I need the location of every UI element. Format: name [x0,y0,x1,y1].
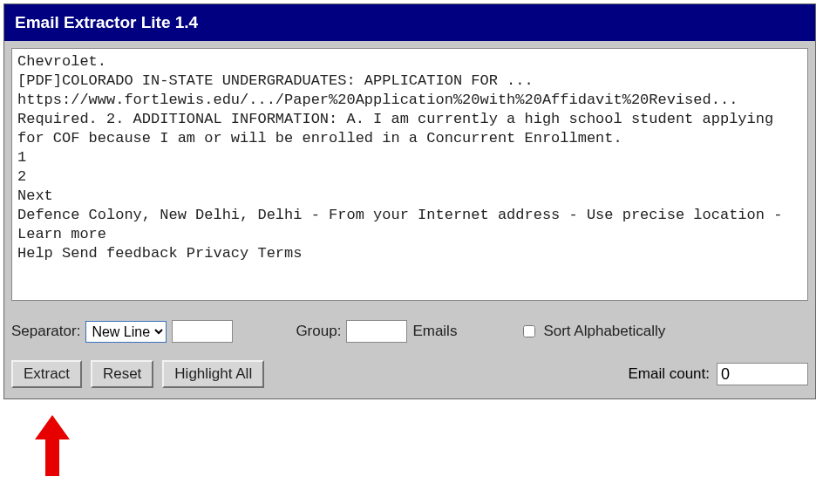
annotation-arrow-wrap [35,415,823,476]
options-row: Separator: New Line Group: Emails Sort A… [11,320,808,343]
email-count-output[interactable] [717,363,808,385]
group-label: Group: [296,323,341,340]
email-count-label: Email count: [628,365,710,383]
sort-label: Sort Alphabetically [543,323,665,340]
svg-marker-0 [35,415,70,476]
source-text-input[interactable] [11,48,808,301]
separator-custom-input[interactable] [172,320,233,343]
buttons-row: Extract Reset Highlight All Email count: [11,360,808,388]
app-title: Email Extractor Lite 1.4 [15,13,198,31]
textarea-wrap [11,48,808,304]
separator-label: Separator: [11,323,80,340]
email-count-group: Email count: [628,363,808,385]
group-suffix: Emails [412,323,457,340]
up-arrow-icon [35,415,823,476]
reset-button[interactable]: Reset [91,360,153,388]
separator-select[interactable]: New Line [85,321,167,343]
title-bar: Email Extractor Lite 1.4 [4,4,815,41]
extract-button[interactable]: Extract [11,360,82,388]
highlight-all-button[interactable]: Highlight All [162,360,264,388]
sort-alphabetically-checkbox[interactable] [523,325,535,337]
group-input[interactable] [346,320,407,343]
content-area: Separator: New Line Group: Emails Sort A… [4,41,815,398]
app-panel: Email Extractor Lite 1.4 Separator: New … [3,3,816,399]
